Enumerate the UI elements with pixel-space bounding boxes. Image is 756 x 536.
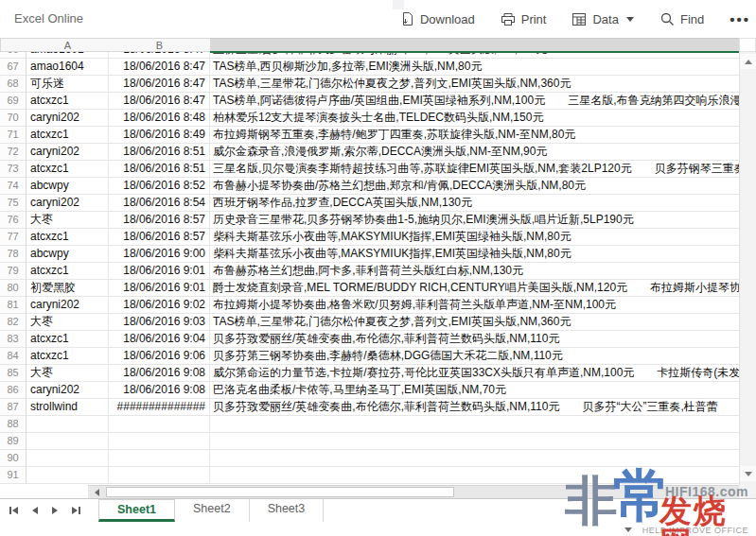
cell-col-c[interactable]: 威尔第命运的力量节选,卡拉斯/赛拉芬,哥伦比亚英国33CX头版只有单声道,NM,… [210, 365, 739, 382]
cell-col-c[interactable]: 爵士发烧直刻录音,MEL TORME/BUDDY RICH,CENTURY唱片美… [210, 280, 739, 297]
horizontal-scroll-thumb[interactable] [106, 487, 454, 497]
row-number[interactable]: 68 [0, 76, 26, 93]
cell-col-b[interactable]: 18/06/2016 8:47 [109, 93, 210, 110]
cell-col-a[interactable]: 可乐迷 [26, 76, 109, 93]
row-number[interactable]: 77 [0, 229, 26, 246]
cell-col-a[interactable]: caryni202 [26, 110, 109, 127]
row-number[interactable]: 85 [0, 365, 26, 382]
row-number[interactable]: 72 [0, 144, 26, 161]
cell-col-c[interactable]: 柏林爱乐12支大提琴演奏披头士名曲,TELDEC数码头版,NM,150元 [210, 110, 739, 127]
row-number[interactable]: 74 [0, 178, 26, 195]
row-number[interactable]: 71 [0, 127, 26, 144]
cell-col-c[interactable] [210, 433, 739, 450]
cell-col-b[interactable]: 18/06/2016 8:47 [109, 52, 210, 59]
cell-col-c[interactable]: 西班牙钢琴作品,拉罗查,DECCA英国头版,NM,130元 [210, 195, 739, 212]
vertical-scrollbar[interactable] [739, 52, 756, 485]
cell-col-a[interactable]: atcxzc1 [26, 331, 109, 348]
horizontal-scrollbar[interactable] [88, 485, 739, 498]
cell-col-c[interactable]: TAS榜单,三星带花,门德尔松仲夏夜之梦,普列文,EMI英国头版,NM,360元 [210, 314, 739, 331]
cell-col-a[interactable]: atcxzc1 [26, 348, 109, 365]
cell-col-b[interactable]: 18/06/2016 9:06 [109, 348, 210, 365]
row-number[interactable]: 82 [0, 314, 26, 331]
print-button[interactable]: Print [501, 12, 547, 26]
cell-col-c[interactable]: 三星名版,贝尔曼演奏李斯特超技练习曲等,苏联旋律EMI英国头版,NM,套装2LP… [210, 161, 739, 178]
last-sheet-icon[interactable] [72, 507, 80, 514]
tab-sheet1[interactable]: Sheet1 [98, 499, 175, 522]
cell-col-a[interactable]: atcxzc1 [26, 229, 109, 246]
cell-col-a[interactable]: amao1601 [26, 52, 109, 59]
cell-col-a[interactable]: abcwpy [26, 246, 109, 263]
cell-col-b[interactable]: 18/06/2016 8:57 [109, 229, 210, 246]
cell-col-a[interactable]: 初爱黑胶 [26, 280, 109, 297]
row-number[interactable]: 79 [0, 263, 26, 280]
cell-col-a[interactable] [26, 433, 109, 450]
cell-col-a[interactable]: caryni202 [26, 144, 109, 161]
row-number[interactable]: 73 [0, 161, 26, 178]
cell-col-c[interactable]: 柴科夫斯基弦乐小夜曲等,MAKSYMIUK指挥,EMI英国绿袖头版,NM,80元 [210, 229, 739, 246]
cell-col-b[interactable]: 18/06/2016 8:51 [109, 144, 210, 161]
row-number[interactable]: 86 [0, 382, 26, 399]
tab-sheet2[interactable]: Sheet2 [175, 499, 250, 522]
column-header-c-selected[interactable] [210, 38, 740, 52]
cell-col-a[interactable]: atcxzc1 [26, 127, 109, 144]
cell-col-c[interactable]: 威尔金森录音,浪漫俄罗斯,索尔蒂,DECCA澳洲头版,NM-至NM,90元 [210, 144, 739, 161]
cell-col-c[interactable]: TAS榜单,三星带花,门德尔松仲夏夜之梦,普列文,EMI英国头版,NM,360元 [210, 76, 739, 93]
cell-col-c[interactable]: 贝多芬第三钢琴协奏曲,李赫特/桑德林,DGG德国大禾花二版,NM,110元 [210, 348, 739, 365]
cell-col-b[interactable]: 18/06/2016 8:47 [109, 76, 210, 93]
cell-col-a[interactable]: caryni202 [26, 297, 109, 314]
cell-col-c[interactable] [210, 416, 739, 433]
row-number[interactable]: 84 [0, 348, 26, 365]
chevron-down-icon[interactable] [624, 527, 632, 532]
cell-col-c[interactable]: 布鲁赫小提琴协奏曲/苏格兰幻想曲,郑京和/肯佩,DECCA澳洲头版,NM,80元 [210, 178, 739, 195]
cell-col-c[interactable]: 布拉姆斯钢琴五重奏,李赫特/鲍罗丁四重奏,苏联旋律头版,NM-至NM,80元 [210, 127, 739, 144]
cell-col-a[interactable] [26, 450, 109, 467]
scroll-left-button[interactable] [90, 486, 104, 498]
select-all-corner[interactable] [0, 38, 27, 52]
cell-col-b[interactable] [109, 416, 210, 433]
row-number[interactable]: 87 [0, 399, 26, 416]
cell-col-b[interactable]: 18/06/2016 8:48 [109, 110, 210, 127]
row-number[interactable]: 91 [0, 467, 26, 484]
column-header-b[interactable]: B [109, 38, 211, 52]
cell-col-a[interactable]: amao1604 [26, 59, 109, 76]
cell-col-a[interactable] [26, 467, 109, 484]
cell-col-c[interactable]: 正价三星,普罗科菲耶夫罗密欧与朱丽叶8/8,EMI美国头版,NM,110元 [210, 52, 739, 59]
help-improve-office-link[interactable]: HELP IMPROVE OFFICE [642, 526, 748, 535]
row-number[interactable]: 78 [0, 246, 26, 263]
cell-col-b[interactable]: 18/06/2016 9:01 [109, 280, 210, 297]
cell-col-b[interactable]: 18/06/2016 8:47 [109, 59, 210, 76]
find-button[interactable]: Find [659, 11, 704, 26]
cell-col-c[interactable]: 布拉姆斯小提琴协奏曲,格鲁米欧/贝努姆,菲利普荷兰头版单声道,NM-至NM,10… [210, 297, 739, 314]
first-sheet-icon[interactable] [9, 507, 18, 514]
cell-col-a[interactable]: 大枣 [26, 365, 109, 382]
cell-col-b[interactable]: 18/06/2016 9:08 [109, 365, 210, 382]
cell-col-a[interactable]: atcxzc1 [26, 263, 109, 280]
cell-col-c[interactable]: 布鲁赫苏格兰幻想曲,阿卡多,菲利普荷兰头版红白标,NM,130元 [210, 263, 739, 280]
cell-col-a[interactable]: atcxzc1 [26, 161, 109, 178]
cell-col-b[interactable]: 18/06/2016 8:52 [109, 178, 210, 195]
row-number[interactable]: 76 [0, 212, 26, 229]
row-number[interactable]: 83 [0, 331, 26, 348]
cell-col-c[interactable]: 贝多芬致爱丽丝/英雄变奏曲,布伦德尔,菲利普荷兰数码头版,NM,110元 [210, 331, 739, 348]
cell-col-a[interactable]: caryni202 [26, 195, 109, 212]
cell-col-c[interactable]: 历史录音三星带花,贝多芬钢琴协奏曲1-5,施纳贝尔,EMI澳洲头版,唱片近新,5… [210, 212, 739, 229]
row-number[interactable]: 66 [0, 52, 26, 59]
cell-col-a[interactable]: 大枣 [26, 212, 109, 229]
cell-col-a[interactable] [26, 416, 109, 433]
cell-col-a[interactable]: strollwind [26, 399, 109, 416]
cell-col-a[interactable]: caryni202 [26, 382, 109, 399]
cell-col-c[interactable]: TAS榜单,西贝柳斯沙加,多拉蒂,EMI澳洲头版,NM,80元 [210, 59, 739, 76]
cell-col-a[interactable]: atcxzc1 [26, 93, 109, 110]
previous-sheet-icon[interactable] [32, 507, 38, 514]
next-sheet-icon[interactable] [52, 507, 58, 514]
row-number[interactable]: 75 [0, 195, 26, 212]
cell-col-c[interactable] [210, 450, 739, 467]
scroll-up-button[interactable] [740, 54, 756, 69]
download-button[interactable]: Download [400, 11, 475, 26]
cell-col-c[interactable]: TAS榜单,阿诺德彼得卢序曲/英国组曲,EMI英国绿袖系列,NM,100元 三星… [210, 93, 739, 110]
cell-col-b[interactable] [109, 467, 210, 484]
cell-col-b[interactable]: 18/06/2016 8:57 [109, 212, 210, 229]
cell-col-c[interactable]: 贝多芬致爱丽丝/英雄变奏曲,布伦德尔,菲利普荷兰数码头版,NM,110元 贝多芬… [210, 399, 739, 416]
cell-col-b[interactable]: 18/06/2016 9:08 [109, 382, 210, 399]
cell-col-b[interactable] [109, 433, 210, 450]
